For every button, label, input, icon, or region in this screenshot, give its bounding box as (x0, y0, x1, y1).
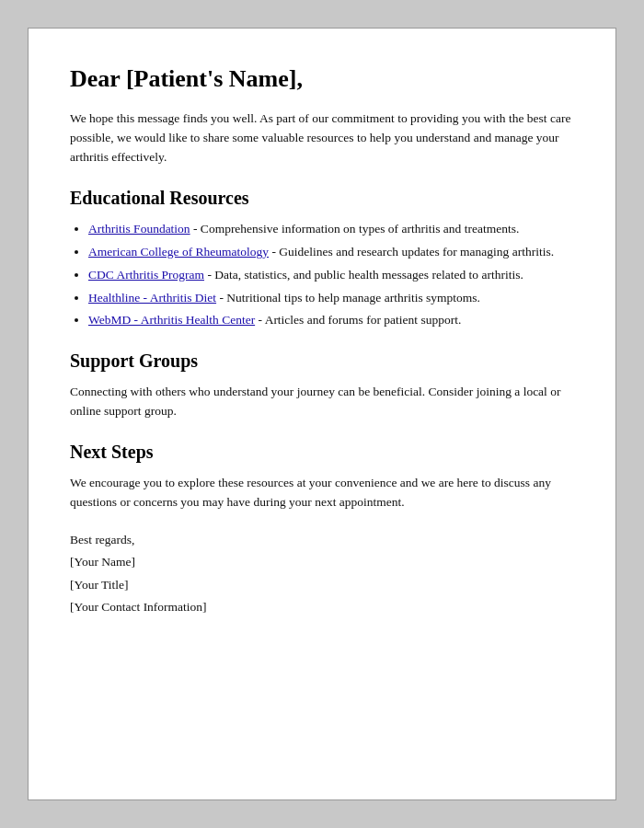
list-item-description: - Comprehensive information on types of … (193, 222, 519, 236)
intro-paragraph: We hope this message finds you well. As … (70, 109, 574, 167)
list-item: CDC Arthritis Program - Data, statistics… (88, 266, 574, 285)
closing-block: Best regards, [Your Name] [Your Title] [… (70, 529, 574, 618)
salutation: Dear [Patient's Name], (70, 65, 574, 93)
list-item: Healthline - Arthritis Diet - Nutritiona… (88, 289, 574, 308)
resource-list: Arthritis Foundation - Comprehensive inf… (88, 220, 574, 331)
healthline-arthritis-diet-link[interactable]: Healthline - Arthritis Diet (88, 291, 216, 305)
next-steps-paragraph: We encourage you to explore these resour… (70, 474, 574, 512)
closing-line3: [Your Title] (70, 574, 574, 596)
letter-container: Dear [Patient's Name], We hope this mess… (28, 28, 616, 800)
support-groups-heading: Support Groups (70, 351, 574, 372)
educational-resources-heading: Educational Resources (70, 188, 574, 209)
cdc-arthritis-program-link[interactable]: CDC Arthritis Program (88, 268, 204, 282)
next-steps-heading: Next Steps (70, 442, 574, 463)
american-college-rheumatology-link[interactable]: American College of Rheumatology (88, 245, 269, 259)
list-item: Arthritis Foundation - Comprehensive inf… (88, 220, 574, 239)
list-item-description: - Data, statistics, and public health me… (207, 268, 523, 282)
closing-line4: [Your Contact Information] (70, 596, 574, 618)
closing-line1: Best regards, (70, 529, 574, 551)
arthritis-foundation-link[interactable]: Arthritis Foundation (88, 222, 190, 236)
list-item: American College of Rheumatology - Guide… (88, 243, 574, 262)
list-item-description: - Nutritional tips to help manage arthri… (219, 291, 479, 305)
list-item: WebMD - Arthritis Health Center - Articl… (88, 311, 574, 330)
webmd-arthritis-link[interactable]: WebMD - Arthritis Health Center (88, 313, 255, 327)
list-item-description: - Articles and forums for patient suppor… (259, 313, 462, 327)
list-item-description: - Guidelines and research updates for ma… (271, 245, 554, 259)
support-paragraph: Connecting with others who understand yo… (70, 383, 574, 421)
closing-line2: [Your Name] (70, 551, 574, 573)
